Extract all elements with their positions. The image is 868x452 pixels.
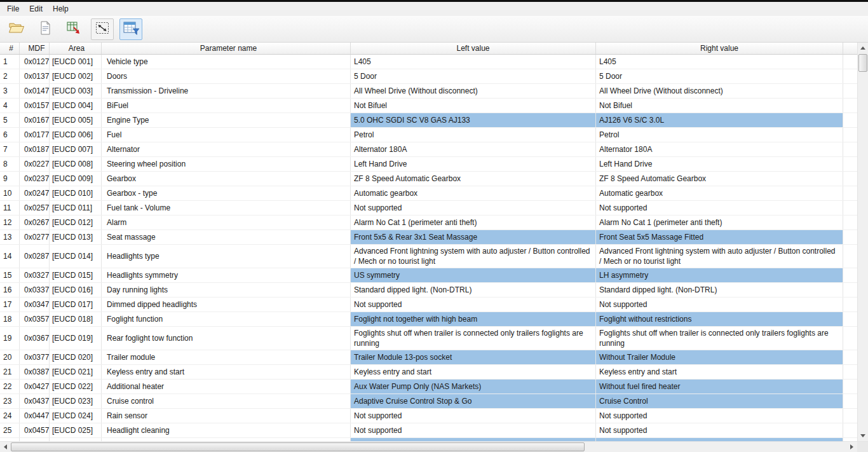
cell-filler [843, 69, 857, 83]
table-row[interactable]: 18 0x0357 [EUCD 018] Foglight function F… [0, 312, 857, 327]
cell-area: [EUCD 023] [50, 394, 102, 408]
table-row[interactable]: 15 0x0327 [EUCD 015] Headlights symmetry… [0, 268, 857, 283]
scroll-right-button[interactable] [846, 442, 857, 452]
cell-filler [843, 350, 857, 364]
cell-mdf: 0x0347 [20, 298, 50, 312]
cell-area: [EUCD 007] [50, 142, 102, 156]
column-header-parameter-name[interactable]: Parameter name [102, 43, 351, 54]
table-row[interactable]: 10 0x0247 [EUCD 010] Gearbox - type Auto… [0, 186, 857, 201]
select-area-icon [94, 20, 111, 38]
cell-index: 23 [0, 394, 20, 408]
menu-help[interactable]: Help [48, 2, 74, 16]
cell-parameter-name: Rain sensor [102, 409, 351, 423]
cell-area: [EUCD 024] [50, 409, 102, 423]
cell-index: 2 [0, 69, 20, 83]
cell-left-value: Not Bifuel [351, 99, 596, 113]
cell-right-value: Without Trailer Module [596, 350, 843, 364]
cell-left-value: Foglight not together with high beam [351, 312, 596, 326]
table-row[interactable]: 19 0x0367 [EUCD 019] Rear foglight tow f… [0, 327, 857, 350]
table-row[interactable]: 21 0x0387 [EUCD 021] Keyless entry and s… [0, 365, 857, 380]
cell-parameter-name: Headlight cleaning [102, 423, 351, 437]
table-row[interactable]: 8 0x0227 [EUCD 008] Steering wheel posit… [0, 157, 857, 172]
cell-right-value: Advanced Front lightning system with aut… [596, 245, 843, 268]
cell-area: [EUCD 019] [50, 327, 102, 350]
cell-left-value: Automatic gearbox [351, 186, 596, 200]
table-row[interactable]: 14 0x0287 [EUCD 014] Headlights type Adv… [0, 245, 857, 268]
cell-mdf: 0x0157 [20, 99, 50, 113]
vertical-scrollbar-thumb[interactable] [858, 54, 867, 72]
scrollbar-corner [857, 442, 868, 452]
cell-parameter-name: Vehicle type [102, 55, 351, 69]
cell-left-value: All Wheel Drive (Without disconnect) [351, 84, 596, 98]
table-row[interactable]: 20 0x0377 [EUCD 020] Trailer module Trai… [0, 350, 857, 365]
toolbar [0, 16, 868, 43]
cell-right-value: Not supported [596, 423, 843, 437]
scroll-down-button[interactable] [858, 430, 868, 441]
cell-area: [EUCD 008] [50, 157, 102, 171]
column-header-right-value[interactable]: Right value [596, 43, 843, 54]
cell-area: [EUCD 014] [50, 245, 102, 268]
column-header-left-value[interactable]: Left value [351, 43, 596, 54]
menu-edit[interactable]: Edit [24, 2, 48, 16]
table-row[interactable]: 9 0x0237 [EUCD 009] Gearbox ZF 8 Speed A… [0, 172, 857, 186]
horizontal-scrollbar-thumb[interactable] [11, 442, 585, 451]
cell-parameter-name: Seat massage [102, 230, 351, 244]
cell-filler [843, 113, 857, 127]
column-header-area[interactable]: Area [50, 43, 102, 54]
cell-parameter-name: Steering wheel position [102, 157, 351, 171]
cell-parameter-name: Rear foglight tow function [102, 327, 351, 350]
cell-index: 16 [0, 283, 20, 297]
cell-index: 21 [0, 365, 20, 379]
table-row[interactable]: 5 0x0167 [EUCD 005] Engine Type 5.0 OHC … [0, 113, 857, 128]
cell-index: 11 [0, 201, 20, 215]
table-row[interactable]: 7 0x0187 [EUCD 007] Alternator Alternato… [0, 142, 857, 157]
cell-area: [EUCD 011] [50, 201, 102, 215]
table-row[interactable]: 6 0x0177 [EUCD 006] Fuel Petrol Petrol [0, 128, 857, 142]
table-row[interactable]: 16 0x0337 [EUCD 016] Day running lights … [0, 283, 857, 298]
cell-mdf: 0x0257 [20, 201, 50, 215]
table-row[interactable]: 17 0x0347 [EUCD 017] Dimmed dipped headl… [0, 298, 857, 312]
table-row[interactable]: 12 0x0267 [EUCD 012] Alarm Alarm No Cat … [0, 216, 857, 230]
cell-left-value: US symmetry [351, 268, 596, 282]
main-content: # MDF Area Parameter name Left value Rig… [0, 43, 868, 441]
cell-mdf: 0x0277 [20, 230, 50, 244]
print-button[interactable] [34, 18, 57, 40]
chevron-left-icon [4, 444, 7, 449]
horizontal-scrollbar-track[interactable] [11, 442, 846, 452]
cell-right-value: AJ126 V6 S/C 3.0L [596, 113, 843, 127]
export-button[interactable] [62, 18, 85, 40]
column-header-index[interactable]: # [0, 43, 20, 54]
cell-right-value: L405 [596, 55, 843, 69]
filter-table-button[interactable] [119, 18, 142, 40]
table-row[interactable]: 3 0x0147 [EUCD 003] Transmission - Drive… [0, 84, 857, 99]
table-row[interactable] [0, 438, 857, 441]
cell-filler [843, 157, 857, 171]
cell-mdf: 0x0147 [20, 84, 50, 98]
scroll-up-button[interactable] [858, 43, 868, 53]
table-row[interactable]: 13 0x0277 [EUCD 013] Seat massage Front … [0, 230, 857, 245]
cell-left-value: 5 Door [351, 69, 596, 83]
column-header-mdf[interactable]: MDF [20, 43, 50, 54]
table-row[interactable]: 24 0x0447 [EUCD 024] Rain sensor Not sup… [0, 409, 857, 423]
table-row[interactable]: 25 0x0457 [EUCD 025] Headlight cleaning … [0, 423, 857, 438]
table-row[interactable]: 23 0x0437 [EUCD 023] Cruise control Adap… [0, 394, 857, 409]
table-row[interactable]: 11 0x0257 [EUCD 011] Fuel tank - Volume … [0, 201, 857, 216]
table-row[interactable]: 4 0x0157 [EUCD 004] BiFuel Not Bifuel No… [0, 99, 857, 113]
table-row[interactable]: 22 0x0427 [EUCD 022] Additional heater A… [0, 380, 857, 394]
cell-area: [EUCD 015] [50, 268, 102, 282]
cell-index: 22 [0, 380, 20, 394]
cell-mdf: 0x0267 [20, 216, 50, 229]
cell-area: [EUCD 009] [50, 172, 102, 186]
cell-mdf: 0x0387 [20, 365, 50, 379]
cell-right-value: Foglights shut off when trailer is conne… [596, 327, 843, 350]
vertical-scrollbar[interactable] [857, 43, 868, 441]
cell-index: 14 [0, 245, 20, 268]
menu-bar: File Edit Help [0, 2, 868, 16]
horizontal-scrollbar[interactable] [0, 441, 868, 452]
scroll-left-button[interactable] [0, 442, 11, 452]
table-row[interactable]: 1 0x0127 [EUCD 001] Vehicle type L405 L4… [0, 55, 857, 69]
open-file-button[interactable] [5, 18, 28, 40]
menu-file[interactable]: File [2, 2, 24, 16]
select-area-button[interactable] [91, 18, 114, 40]
table-row[interactable]: 2 0x0137 [EUCD 002] Doors 5 Door 5 Door [0, 69, 857, 84]
